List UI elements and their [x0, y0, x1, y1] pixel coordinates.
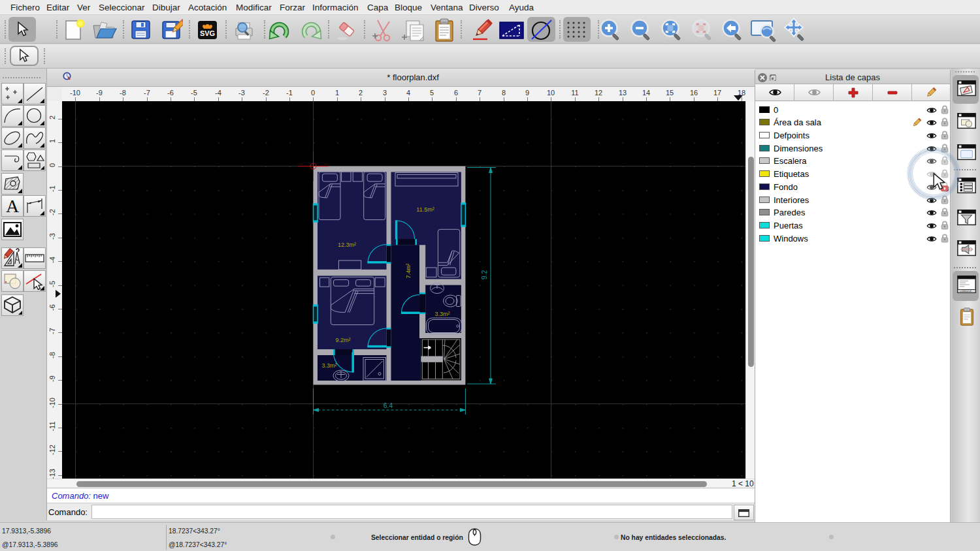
- svg-text:12.3m²: 12.3m²: [338, 242, 356, 248]
- svg-text:11.5m²: 11.5m²: [416, 206, 434, 213]
- svg-text:6.4: 6.4: [384, 401, 393, 409]
- svg-text:command: command: [960, 290, 972, 293]
- svg-text:7.4m²: 7.4m²: [405, 263, 412, 278]
- svg-text:3.3m²: 3.3m²: [321, 362, 336, 369]
- svg-text:SVG: SVG: [200, 29, 215, 37]
- svg-text:9.2m²: 9.2m²: [335, 337, 350, 343]
- svg-text:A: A: [6, 196, 20, 216]
- svg-text:9.2: 9.2: [480, 270, 488, 280]
- svg-text:3.3m²: 3.3m²: [434, 311, 449, 317]
